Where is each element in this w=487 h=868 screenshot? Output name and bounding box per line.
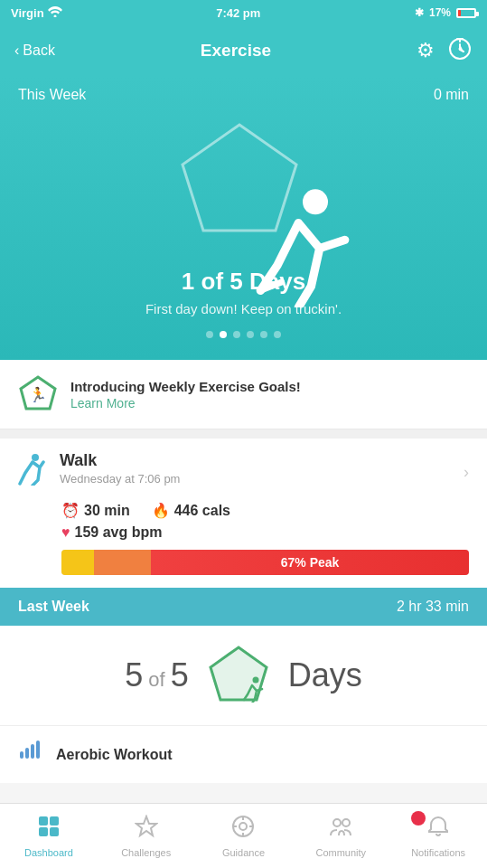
guidance-icon bbox=[231, 815, 255, 844]
wifi-icon bbox=[48, 6, 62, 20]
duration-stat: ⏰ 30 min bbox=[61, 502, 130, 519]
pentagon-shape bbox=[176, 118, 303, 244]
dashboard-label: Dashboard bbox=[24, 847, 73, 858]
activity-card: Walk Wednesday at 7:06 pm › ⏰ 30 min 🔥 4… bbox=[0, 439, 487, 588]
exercise-badge bbox=[176, 118, 312, 253]
time-display: 7:42 pm bbox=[216, 6, 260, 20]
guidance-label: Guidance bbox=[222, 847, 265, 858]
nav-notifications[interactable]: Notifications bbox=[389, 804, 487, 868]
nav-dashboard[interactable]: Dashboard bbox=[0, 804, 98, 868]
carrier-label: Virgin bbox=[11, 6, 44, 20]
back-button[interactable]: ‹ Back bbox=[14, 42, 55, 59]
challenges-icon bbox=[135, 815, 158, 844]
svg-rect-14 bbox=[36, 741, 40, 759]
last-week-label: Last Week bbox=[18, 599, 89, 615]
svg-rect-13 bbox=[31, 744, 34, 759]
battery-icon bbox=[456, 8, 476, 18]
zone-peak: 67% Peak bbox=[151, 550, 469, 575]
svg-rect-17 bbox=[39, 827, 48, 836]
last-week-content: 5 of 5 Days bbox=[0, 626, 487, 725]
calories-value: 446 cals bbox=[174, 503, 230, 519]
calories-stat: 🔥 446 cals bbox=[152, 502, 230, 519]
nav-community[interactable]: Community bbox=[292, 804, 389, 868]
header: ‹ Back Exercise ⚙ bbox=[0, 25, 487, 76]
challenges-label: Challenges bbox=[121, 847, 171, 858]
peak-progress-bar: 67% Peak bbox=[61, 550, 469, 575]
this-week-label: This Week bbox=[18, 87, 86, 103]
bottom-nav: Dashboard Challenges Guidance bbox=[0, 803, 487, 868]
community-icon bbox=[329, 815, 352, 844]
activity-name: Walk bbox=[60, 451, 451, 470]
svg-point-21 bbox=[239, 823, 247, 830]
page-title: Exercise bbox=[201, 41, 271, 61]
heart-rate-row: ♥ 159 avg bpm bbox=[61, 524, 469, 541]
carousel-dots bbox=[18, 331, 469, 338]
svg-text:🏃: 🏃 bbox=[29, 386, 47, 403]
activity-chevron-icon[interactable]: › bbox=[464, 463, 469, 482]
fire-icon: 🔥 bbox=[152, 502, 170, 519]
zone-yellow bbox=[61, 550, 94, 575]
last-week-value: 2 hr 33 min bbox=[397, 599, 469, 615]
svg-point-0 bbox=[53, 14, 56, 17]
svg-point-27 bbox=[342, 819, 350, 826]
status-bar: Virgin 7:42 pm ✱ 17% bbox=[0, 0, 487, 25]
svg-rect-12 bbox=[25, 748, 29, 759]
notification-badge bbox=[411, 811, 426, 826]
svg-rect-16 bbox=[50, 816, 59, 826]
dot-3[interactable] bbox=[233, 331, 240, 338]
header-icons: ⚙ bbox=[417, 35, 473, 66]
svg-point-26 bbox=[333, 819, 341, 826]
heart-icon: ♥ bbox=[61, 524, 70, 541]
aerobic-card: Aerobic Workout bbox=[0, 725, 487, 783]
peak-label: 67% Peak bbox=[281, 555, 340, 570]
goals-text: Introducing Weekly Exercise Goals! Learn… bbox=[70, 379, 469, 410]
community-label: Community bbox=[315, 847, 366, 858]
timer-icon[interactable] bbox=[447, 35, 473, 66]
dot-1[interactable] bbox=[206, 331, 213, 338]
goals-title: Introducing Weekly Exercise Goals! bbox=[70, 379, 469, 394]
svg-marker-19 bbox=[136, 816, 156, 835]
dot-6[interactable] bbox=[274, 331, 281, 338]
clock-icon: ⏰ bbox=[61, 502, 80, 519]
duration-value: 30 min bbox=[84, 503, 130, 519]
dot-5[interactable] bbox=[260, 331, 267, 338]
dot-4[interactable] bbox=[247, 331, 254, 338]
aerobic-name: Aerobic Workout bbox=[56, 747, 173, 763]
section-divider bbox=[0, 429, 487, 439]
nav-challenges[interactable]: Challenges bbox=[98, 804, 195, 868]
last-week-header: Last Week 2 hr 33 min bbox=[0, 588, 487, 626]
heart-rate-value: 159 avg bpm bbox=[75, 524, 163, 541]
progress-bar-fill: 67% Peak bbox=[61, 550, 469, 575]
nav-guidance[interactable]: Guidance bbox=[195, 804, 293, 868]
notifications-icon bbox=[426, 815, 450, 844]
status-right: ✱ 17% bbox=[415, 6, 476, 19]
svg-point-2 bbox=[459, 48, 462, 51]
chevron-left-icon: ‹ bbox=[14, 42, 19, 59]
goals-badge-icon: 🏃 bbox=[18, 374, 58, 414]
svg-rect-18 bbox=[50, 827, 59, 836]
zone-orange bbox=[94, 550, 151, 575]
svg-rect-11 bbox=[20, 751, 23, 759]
hero-section: This Week 0 min 1 of 5 Days First day do… bbox=[0, 76, 487, 360]
aerobic-icon bbox=[18, 739, 43, 770]
week-row: This Week 0 min bbox=[18, 87, 469, 103]
svg-point-10 bbox=[252, 677, 258, 684]
status-left: Virgin bbox=[11, 6, 62, 20]
activity-info: Walk Wednesday at 7:06 pm bbox=[60, 451, 451, 486]
last-week-badge bbox=[207, 644, 270, 707]
days-label: Days bbox=[288, 656, 362, 694]
activity-header: Walk Wednesday at 7:06 pm › bbox=[18, 451, 469, 493]
goals-card: 🏃 Introducing Weekly Exercise Goals! Lea… bbox=[0, 360, 487, 429]
back-label: Back bbox=[23, 42, 55, 59]
activity-stats: ⏰ 30 min 🔥 446 cals bbox=[61, 502, 469, 519]
activity-date: Wednesday at 7:06 pm bbox=[60, 472, 451, 486]
days-completed: 5 of 5 bbox=[125, 656, 189, 694]
svg-point-4 bbox=[303, 189, 328, 214]
dashboard-icon bbox=[37, 815, 61, 844]
walk-icon bbox=[18, 453, 47, 493]
dot-2[interactable] bbox=[220, 331, 227, 338]
learn-more-link[interactable]: Learn More bbox=[70, 396, 469, 410]
this-week-value: 0 min bbox=[434, 87, 469, 103]
settings-icon[interactable]: ⚙ bbox=[417, 39, 435, 62]
svg-point-7 bbox=[32, 454, 39, 461]
